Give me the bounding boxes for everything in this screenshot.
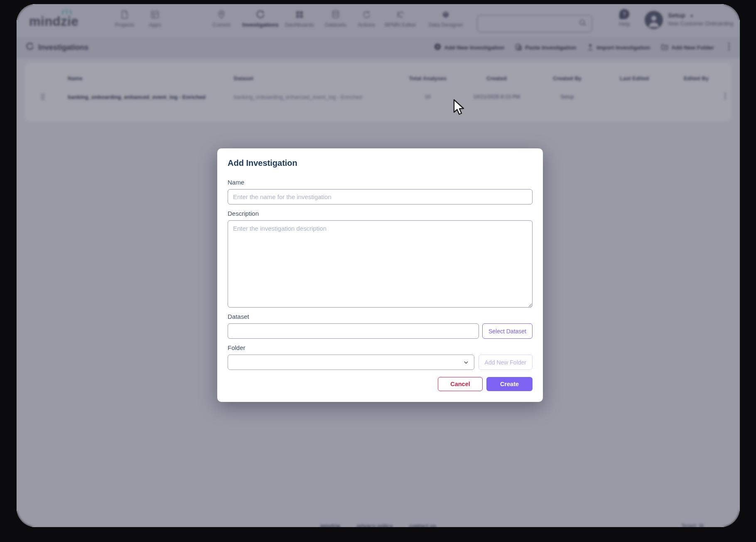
name-label: Name [228, 179, 533, 186]
description-textarea[interactable] [228, 220, 533, 308]
select-dataset-button[interactable]: Select Dataset [482, 323, 533, 339]
add-new-folder-modal-button[interactable]: Add New Folder [479, 355, 533, 370]
folder-label: Folder [228, 344, 533, 351]
cancel-button[interactable]: Cancel [438, 377, 483, 391]
app-window: mindzie Projects Apps Current [17, 4, 740, 527]
chevron-down-icon [463, 360, 469, 367]
add-investigation-modal: Add Investigation Name Description Datas… [217, 148, 543, 402]
description-label: Description [228, 210, 533, 217]
folder-select[interactable] [228, 355, 474, 370]
dataset-input[interactable] [228, 323, 479, 339]
dataset-label: Dataset [228, 313, 533, 320]
name-input[interactable] [228, 189, 533, 204]
create-button[interactable]: Create [486, 377, 533, 391]
modal-title: Add Investigation [228, 158, 533, 168]
